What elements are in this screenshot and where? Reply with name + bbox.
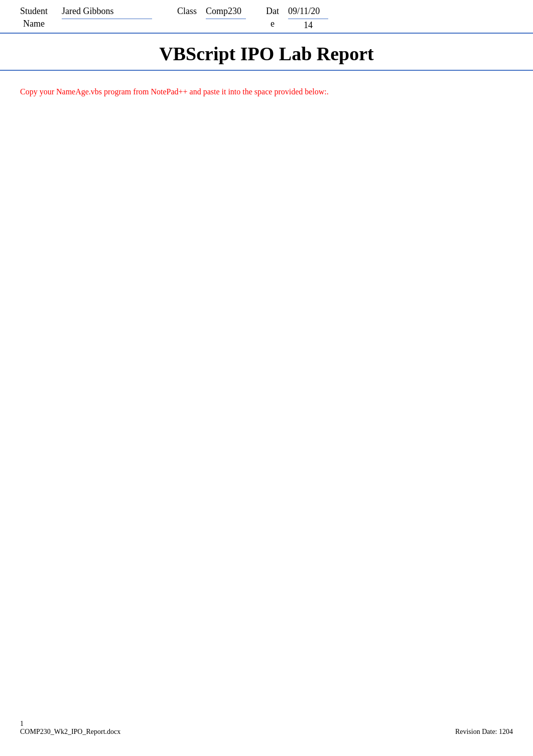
footer-right: Revision Date: 1204 [455,728,513,736]
class-label-col: Class [177,5,197,18]
class-value: Comp230 [206,5,246,19]
title-section: VBScript IPO Lab Report [0,34,533,71]
student-name-wrap: Jared Gibbons [62,5,152,19]
class-value-wrap: Comp230 [206,5,246,19]
date-value-line2: 14 [288,19,328,33]
main-title: VBScript IPO Lab Report [20,43,513,65]
date-label-col: Dat e [266,5,279,30]
student-name-label: Name [23,18,45,30]
instructions-part2: from NotePad++ and paste it into the spa… [131,87,329,96]
page-number: 1 [20,720,120,728]
student-name-value: Jared Gibbons [62,5,152,19]
footer-revision: Revision Date: 1204 [455,728,513,735]
class-label: Class [177,5,197,18]
date-label-line2: e [271,18,275,30]
date-value-wrap: 09/11/20 14 [288,5,328,33]
footer-section: 1 COMP230_Wk2_IPO_Report.docx Revision D… [20,720,513,736]
student-label: Student [20,5,48,18]
header-section: Student Name Jared Gibbons Class Comp230… [0,0,533,34]
instructions-section: Copy your NameAge.vbs program from NoteP… [0,81,533,103]
instructions-part1: Copy your NameAge.vbs program [20,87,131,96]
date-value-line1: 09/11/20 [288,5,328,19]
document-page: Student Name Jared Gibbons Class Comp230… [0,0,533,756]
date-label-line1: Dat [266,5,279,18]
footer-filename: COMP230_Wk2_IPO_Report.docx [20,728,120,736]
footer-left: 1 COMP230_Wk2_IPO_Report.docx [20,720,120,736]
student-label-col: Student Name [20,5,48,30]
